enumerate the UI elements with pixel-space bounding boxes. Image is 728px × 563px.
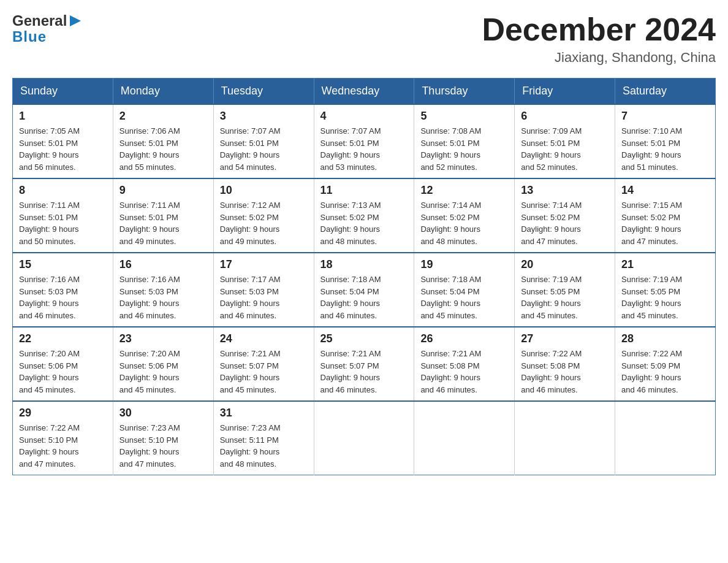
day-number: 23	[119, 332, 207, 345]
day-info: Sunrise: 7:05 AMSunset: 5:01 PMDaylight:…	[19, 126, 80, 172]
day-number: 1	[19, 110, 107, 123]
day-number: 5	[420, 110, 508, 123]
calendar-day-cell: 3 Sunrise: 7:07 AMSunset: 5:01 PMDayligh…	[213, 104, 314, 178]
calendar-day-cell: 19 Sunrise: 7:18 AMSunset: 5:04 PMDaylig…	[414, 253, 515, 327]
calendar-day-cell: 24 Sunrise: 7:21 AMSunset: 5:07 PMDaylig…	[213, 327, 314, 401]
calendar-day-cell: 4 Sunrise: 7:07 AMSunset: 5:01 PMDayligh…	[314, 104, 414, 178]
day-number: 19	[420, 258, 508, 271]
calendar-day-cell: 27 Sunrise: 7:22 AMSunset: 5:08 PMDaylig…	[515, 327, 615, 401]
day-header-wednesday: Wednesday	[314, 79, 414, 105]
calendar-empty-cell	[615, 401, 716, 475]
calendar-header-row: SundayMondayTuesdayWednesdayThursdayFrid…	[13, 79, 716, 105]
day-info: Sunrise: 7:18 AMSunset: 5:04 PMDaylight:…	[320, 275, 381, 320]
day-number: 31	[220, 407, 308, 419]
day-info: Sunrise: 7:16 AMSunset: 5:03 PMDaylight:…	[19, 275, 80, 320]
day-info: Sunrise: 7:21 AMSunset: 5:07 PMDaylight:…	[320, 349, 381, 394]
calendar-day-cell: 5 Sunrise: 7:08 AMSunset: 5:01 PMDayligh…	[414, 104, 515, 178]
calendar-day-cell: 28 Sunrise: 7:22 AMSunset: 5:09 PMDaylig…	[615, 327, 716, 401]
calendar-day-cell: 25 Sunrise: 7:21 AMSunset: 5:07 PMDaylig…	[314, 327, 414, 401]
day-number: 25	[320, 332, 408, 345]
calendar-day-cell: 16 Sunrise: 7:16 AMSunset: 5:03 PMDaylig…	[113, 253, 213, 327]
day-number: 18	[320, 258, 408, 271]
calendar-day-cell: 26 Sunrise: 7:21 AMSunset: 5:08 PMDaylig…	[414, 327, 515, 401]
day-number: 12	[420, 184, 508, 197]
day-number: 26	[420, 332, 508, 345]
calendar-day-cell: 29 Sunrise: 7:22 AMSunset: 5:10 PMDaylig…	[13, 401, 113, 475]
calendar-day-cell: 14 Sunrise: 7:15 AMSunset: 5:02 PMDaylig…	[615, 178, 716, 253]
day-info: Sunrise: 7:11 AMSunset: 5:01 PMDaylight:…	[19, 201, 80, 246]
day-number: 10	[220, 184, 308, 197]
day-info: Sunrise: 7:22 AMSunset: 5:08 PMDaylight:…	[521, 349, 582, 394]
day-info: Sunrise: 7:14 AMSunset: 5:02 PMDaylight:…	[521, 201, 582, 246]
day-info: Sunrise: 7:07 AMSunset: 5:01 PMDaylight:…	[320, 126, 381, 172]
calendar-day-cell: 17 Sunrise: 7:17 AMSunset: 5:03 PMDaylig…	[213, 253, 314, 327]
calendar-day-cell: 11 Sunrise: 7:13 AMSunset: 5:02 PMDaylig…	[314, 178, 414, 253]
calendar-week-row: 29 Sunrise: 7:22 AMSunset: 5:10 PMDaylig…	[13, 401, 716, 475]
day-header-saturday: Saturday	[615, 79, 716, 105]
calendar-day-cell: 31 Sunrise: 7:23 AMSunset: 5:11 PMDaylig…	[213, 401, 314, 475]
day-number: 7	[621, 110, 709, 123]
day-info: Sunrise: 7:11 AMSunset: 5:01 PMDaylight:…	[119, 201, 180, 246]
day-info: Sunrise: 7:19 AMSunset: 5:05 PMDaylight:…	[521, 275, 582, 320]
calendar-empty-cell	[414, 401, 515, 475]
calendar-day-cell: 13 Sunrise: 7:14 AMSunset: 5:02 PMDaylig…	[515, 178, 615, 253]
day-number: 14	[621, 184, 709, 197]
logo-blue-text: Blue	[12, 28, 47, 45]
day-info: Sunrise: 7:14 AMSunset: 5:02 PMDaylight:…	[420, 201, 481, 246]
day-number: 29	[19, 407, 107, 419]
day-header-thursday: Thursday	[414, 79, 515, 105]
day-number: 11	[320, 184, 408, 197]
calendar-day-cell: 9 Sunrise: 7:11 AMSunset: 5:01 PMDayligh…	[113, 178, 213, 253]
day-number: 27	[521, 332, 609, 345]
day-info: Sunrise: 7:08 AMSunset: 5:01 PMDaylight:…	[420, 126, 481, 172]
header: General Blue December 2024 Jiaxiang, Sha…	[12, 12, 716, 66]
day-number: 20	[521, 258, 609, 271]
day-info: Sunrise: 7:17 AMSunset: 5:03 PMDaylight:…	[220, 275, 281, 320]
day-info: Sunrise: 7:22 AMSunset: 5:10 PMDaylight:…	[19, 423, 80, 469]
day-info: Sunrise: 7:20 AMSunset: 5:06 PMDaylight:…	[19, 349, 80, 394]
day-number: 15	[19, 258, 107, 271]
calendar-day-cell: 6 Sunrise: 7:09 AMSunset: 5:01 PMDayligh…	[515, 104, 615, 178]
day-number: 21	[621, 258, 709, 271]
logo-general-text: General	[12, 12, 67, 29]
day-info: Sunrise: 7:23 AMSunset: 5:10 PMDaylight:…	[119, 423, 180, 469]
calendar-week-row: 1 Sunrise: 7:05 AMSunset: 5:01 PMDayligh…	[13, 104, 716, 178]
calendar-empty-cell	[314, 401, 414, 475]
calendar-day-cell: 22 Sunrise: 7:20 AMSunset: 5:06 PMDaylig…	[13, 327, 113, 401]
day-info: Sunrise: 7:16 AMSunset: 5:03 PMDaylight:…	[119, 275, 180, 320]
calendar-day-cell: 21 Sunrise: 7:19 AMSunset: 5:05 PMDaylig…	[615, 253, 716, 327]
calendar-day-cell: 7 Sunrise: 7:10 AMSunset: 5:01 PMDayligh…	[615, 104, 716, 178]
day-info: Sunrise: 7:21 AMSunset: 5:08 PMDaylight:…	[420, 349, 481, 394]
day-header-tuesday: Tuesday	[213, 79, 314, 105]
svg-marker-0	[70, 15, 81, 26]
day-number: 30	[119, 407, 207, 419]
logo-arrow-icon	[69, 14, 82, 28]
day-number: 22	[19, 332, 107, 345]
day-info: Sunrise: 7:19 AMSunset: 5:05 PMDaylight:…	[621, 275, 682, 320]
day-info: Sunrise: 7:22 AMSunset: 5:09 PMDaylight:…	[621, 349, 682, 394]
calendar-week-row: 8 Sunrise: 7:11 AMSunset: 5:01 PMDayligh…	[13, 178, 716, 253]
day-number: 24	[220, 332, 308, 345]
calendar-day-cell: 1 Sunrise: 7:05 AMSunset: 5:01 PMDayligh…	[13, 104, 113, 178]
logo: General Blue	[12, 12, 82, 45]
day-number: 2	[119, 110, 207, 123]
day-number: 16	[119, 258, 207, 271]
day-info: Sunrise: 7:21 AMSunset: 5:07 PMDaylight:…	[220, 349, 281, 394]
day-info: Sunrise: 7:06 AMSunset: 5:01 PMDaylight:…	[119, 126, 180, 172]
day-header-friday: Friday	[515, 79, 615, 105]
day-number: 17	[220, 258, 308, 271]
day-number: 3	[220, 110, 308, 123]
calendar-day-cell: 8 Sunrise: 7:11 AMSunset: 5:01 PMDayligh…	[13, 178, 113, 253]
calendar-day-cell: 20 Sunrise: 7:19 AMSunset: 5:05 PMDaylig…	[515, 253, 615, 327]
calendar-week-row: 22 Sunrise: 7:20 AMSunset: 5:06 PMDaylig…	[13, 327, 716, 401]
day-info: Sunrise: 7:09 AMSunset: 5:01 PMDaylight:…	[521, 126, 582, 172]
day-header-monday: Monday	[113, 79, 213, 105]
day-number: 8	[19, 184, 107, 197]
location: Jiaxiang, Shandong, China	[482, 50, 716, 66]
calendar-day-cell: 30 Sunrise: 7:23 AMSunset: 5:10 PMDaylig…	[113, 401, 213, 475]
day-number: 9	[119, 184, 207, 197]
day-info: Sunrise: 7:18 AMSunset: 5:04 PMDaylight:…	[420, 275, 481, 320]
day-info: Sunrise: 7:07 AMSunset: 5:01 PMDaylight:…	[220, 126, 281, 172]
calendar-day-cell: 12 Sunrise: 7:14 AMSunset: 5:02 PMDaylig…	[414, 178, 515, 253]
calendar-table: SundayMondayTuesdayWednesdayThursdayFrid…	[12, 78, 716, 475]
